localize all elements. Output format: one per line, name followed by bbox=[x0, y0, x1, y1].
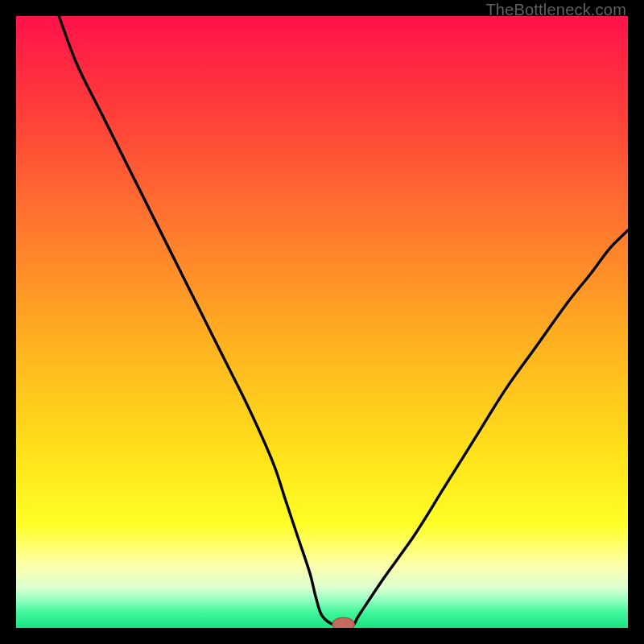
watermark-text: TheBottleneck.com bbox=[485, 1, 626, 19]
bottleneck-chart bbox=[16, 16, 628, 628]
chart-frame: TheBottleneck.com bbox=[0, 0, 644, 644]
minimum-marker bbox=[332, 617, 354, 628]
chart-background bbox=[16, 16, 628, 628]
